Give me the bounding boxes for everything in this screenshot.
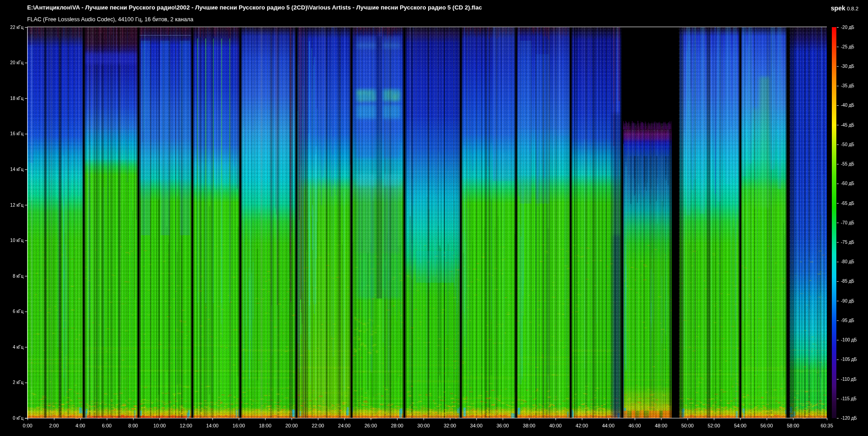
svg-text:8:00: 8:00 — [128, 423, 138, 428]
svg-text:2:00: 2:00 — [49, 423, 59, 428]
svg-text:-25 дБ: -25 дБ — [841, 44, 854, 49]
svg-text:46:00: 46:00 — [628, 423, 641, 428]
svg-text:40:00: 40:00 — [549, 423, 562, 428]
svg-text:-115 дБ: -115 дБ — [841, 396, 857, 401]
svg-text:-95 дБ: -95 дБ — [841, 318, 854, 323]
svg-text:-120 дБ: -120 дБ — [841, 416, 857, 421]
svg-text:6 кГц: 6 кГц — [13, 309, 24, 314]
svg-text:22:00: 22:00 — [311, 423, 324, 428]
svg-text:-110 дБ: -110 дБ — [841, 377, 857, 382]
svg-text:-35 дБ: -35 дБ — [841, 83, 854, 88]
svg-text:10 кГц: 10 кГц — [10, 238, 24, 243]
svg-text:-105 дБ: -105 дБ — [841, 357, 857, 362]
svg-text:-75 дБ: -75 дБ — [841, 240, 854, 245]
svg-text:0 кГц: 0 кГц — [13, 416, 24, 421]
svg-text:16:00: 16:00 — [232, 423, 245, 428]
svg-text:20:00: 20:00 — [285, 423, 298, 428]
svg-text:54:00: 54:00 — [734, 423, 747, 428]
svg-text:-30 дБ: -30 дБ — [841, 64, 854, 69]
svg-text:32:00: 32:00 — [443, 423, 456, 428]
svg-text:50:00: 50:00 — [681, 423, 694, 428]
svg-text:12:00: 12:00 — [180, 423, 193, 428]
svg-text:FLAC (Free Lossless Audio Code: FLAC (Free Lossless Audio Codec), 44100 … — [27, 16, 193, 23]
svg-text:38:00: 38:00 — [523, 423, 536, 428]
svg-text:48:00: 48:00 — [655, 423, 668, 428]
svg-text:-55 дБ: -55 дБ — [841, 161, 854, 166]
svg-text:-50 дБ: -50 дБ — [841, 142, 854, 147]
svg-text:-20 дБ: -20 дБ — [841, 25, 854, 30]
svg-text:-60 дБ: -60 дБ — [841, 181, 854, 186]
svg-text:18:00: 18:00 — [259, 423, 272, 428]
svg-text:-90 дБ: -90 дБ — [841, 299, 854, 303]
svg-text:18 кГц: 18 кГц — [10, 96, 24, 101]
svg-text:-80 дБ: -80 дБ — [841, 259, 854, 264]
svg-text:52:00: 52:00 — [708, 423, 720, 428]
svg-text:14:00: 14:00 — [206, 423, 219, 428]
svg-text:-45 дБ: -45 дБ — [841, 123, 854, 128]
svg-text:14 кГц: 14 кГц — [10, 167, 24, 172]
svg-text:4 кГц: 4 кГц — [13, 345, 24, 350]
svg-text:6:00: 6:00 — [102, 423, 111, 428]
svg-text:36:00: 36:00 — [496, 423, 509, 428]
svg-text:10:00: 10:00 — [153, 423, 166, 428]
svg-text:12 кГц: 12 кГц — [10, 203, 24, 208]
svg-text:4:00: 4:00 — [75, 423, 85, 428]
svg-text:44:00: 44:00 — [602, 423, 615, 428]
svg-text:-100 дБ: -100 дБ — [841, 337, 857, 342]
svg-text:28:00: 28:00 — [391, 423, 404, 428]
svg-text:16 кГц: 16 кГц — [10, 131, 24, 136]
svg-text:0:00: 0:00 — [23, 423, 32, 428]
svg-text:-40 дБ: -40 дБ — [841, 103, 854, 108]
svg-text:8 кГц: 8 кГц — [13, 274, 24, 279]
svg-text:34:00: 34:00 — [470, 423, 483, 428]
svg-text:26:00: 26:00 — [364, 423, 377, 428]
svg-text:2 кГц: 2 кГц — [13, 380, 24, 385]
svg-text:58:00: 58:00 — [787, 423, 799, 428]
svg-text:-65 дБ: -65 дБ — [841, 201, 854, 206]
svg-text:-85 дБ: -85 дБ — [841, 279, 854, 284]
svg-text:20 кГц: 20 кГц — [10, 60, 24, 65]
svg-text:-70 дБ: -70 дБ — [841, 220, 854, 225]
svg-text:24:00: 24:00 — [338, 423, 351, 428]
svg-text:E:\Антициклон\VA - Лучшие песн: E:\Антициклон\VA - Лучшие песни Русского… — [27, 4, 482, 11]
svg-text:42:00: 42:00 — [576, 423, 588, 428]
svg-text:56:00: 56:00 — [760, 423, 773, 428]
svg-text:22 кГц: 22 кГц — [10, 25, 24, 30]
svg-text:spek 0.8.2: spek 0.8.2 — [831, 5, 859, 12]
svg-text:30:00: 30:00 — [417, 423, 430, 428]
svg-text:60:35: 60:35 — [821, 423, 833, 428]
